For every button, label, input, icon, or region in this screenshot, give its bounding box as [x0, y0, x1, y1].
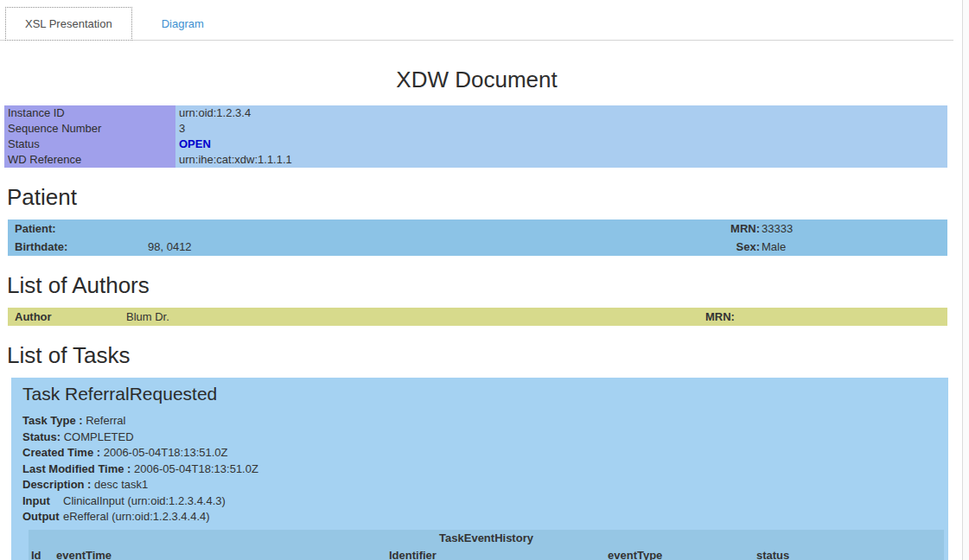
- task-event-history-table: TaskEventHistory Id eventTime Identifier…: [29, 530, 944, 560]
- column-header-eventtime: eventTime: [54, 547, 386, 560]
- patient-value: [147, 220, 579, 238]
- sex-value: Male: [761, 238, 947, 256]
- tab-xsl-presentation[interactable]: XSL Presentation: [5, 7, 132, 41]
- table-row: Instance ID urn:oid:1.2.3.4: [4, 105, 947, 121]
- task-output-value: eRefferal (urn:oid:1.2.3.4.4.4): [63, 509, 210, 525]
- authors-table: Author Blum Dr. MRN:: [8, 308, 947, 326]
- sex-label: Sex:: [579, 238, 761, 256]
- author-value: Blum Dr.: [125, 308, 704, 326]
- task-status-row: Status: COMPLETED: [22, 430, 948, 446]
- tasks-section-heading: List of Tasks: [7, 342, 953, 369]
- authors-section-heading: List of Authors: [7, 272, 953, 299]
- task-description-label: Description :: [22, 478, 91, 491]
- task-created-value: 2006-05-04T18:13:51.0Z: [104, 446, 228, 459]
- mrn-label: MRN:: [579, 220, 761, 238]
- patient-section-heading: Patient: [7, 184, 953, 211]
- task-input-value: ClinicalInput (urn:oid:1.2.3.4.4.3): [63, 493, 226, 510]
- task-modified-label: Last Modified Time :: [22, 462, 131, 475]
- task-created-label: Created Time :: [22, 446, 100, 459]
- document-header-table: Instance ID urn:oid:1.2.3.4 Sequence Num…: [4, 105, 947, 168]
- task-type-value: Referral: [86, 414, 125, 427]
- task-type-label: Task Type :: [22, 414, 83, 427]
- author-mrn-label: MRN:: [704, 308, 947, 326]
- task-status-label: Status:: [22, 430, 61, 443]
- task-output-row: Output eRefferal (urn:oid:1.2.3.4.4.4): [22, 509, 948, 525]
- table-row: Author Blum Dr. MRN:: [8, 308, 947, 326]
- table-row: Birthdate: 98, 0412 Sex: Male: [8, 238, 947, 256]
- task-description-value: desc task1: [94, 478, 148, 491]
- event-history-header-row: Id eventTime Identifier eventType status: [29, 547, 944, 560]
- author-label: Author: [8, 308, 125, 326]
- xdw-document-page: XSL Presentation Diagram XDW Document In…: [0, 0, 953, 560]
- task-input-row: Input ClinicalInput (urn:oid:1.2.3.4.4.3…: [22, 493, 948, 510]
- column-header-eventtype: eventType: [605, 547, 754, 560]
- task-card: Task ReferralRequested Task Type : Refer…: [11, 378, 948, 560]
- sequence-number-value: 3: [175, 121, 947, 137]
- vertical-scrollbar[interactable]: [962, 0, 969, 560]
- task-input-label: Input: [22, 493, 63, 510]
- page-title: XDW Document: [0, 67, 953, 93]
- sequence-number-label: Sequence Number: [4, 121, 175, 137]
- instance-id-label: Instance ID: [4, 105, 175, 121]
- wd-reference-label: WD Reference: [4, 152, 175, 168]
- wd-reference-value: urn:ihe:cat:xdw:1.1.1.1: [175, 152, 947, 168]
- birthdate-label: Birthdate:: [8, 238, 147, 256]
- event-history-title-row: TaskEventHistory: [29, 530, 944, 547]
- task-created-row: Created Time : 2006-05-04T18:13:51.0Z: [22, 445, 948, 461]
- table-row: Status OPEN: [4, 137, 947, 152]
- column-header-id: Id: [29, 547, 54, 560]
- tab-diagram[interactable]: Diagram: [146, 8, 220, 40]
- patient-table: Patient: MRN: 33333 Birthdate: 98, 0412 …: [8, 220, 947, 256]
- table-row: Sequence Number 3: [4, 121, 947, 137]
- event-history-title: TaskEventHistory: [29, 530, 944, 547]
- birthdate-value: 98, 0412: [147, 238, 579, 256]
- column-header-identifier: Identifier: [386, 547, 605, 560]
- table-row: Patient: MRN: 33333: [8, 220, 947, 238]
- status-label: Status: [4, 137, 175, 152]
- instance-id-value: urn:oid:1.2.3.4: [175, 105, 947, 121]
- status-badge: OPEN: [179, 137, 211, 150]
- task-output-label: Output: [22, 509, 63, 525]
- mrn-value: 33333: [761, 220, 947, 238]
- task-description-row: Description : desc task1: [22, 477, 948, 493]
- task-modified-row: Last Modified Time : 2006-05-04T18:13:51…: [22, 461, 948, 478]
- table-row: WD Reference urn:ihe:cat:xdw:1.1.1.1: [4, 152, 947, 168]
- task-modified-value: 2006-05-04T18:13:51.0Z: [134, 462, 258, 475]
- task-status-value: COMPLETED: [64, 430, 134, 443]
- task-type-row: Task Type : Referral: [22, 413, 948, 430]
- column-header-status: status: [754, 547, 944, 560]
- patient-label: Patient:: [8, 220, 147, 238]
- tab-bar: XSL Presentation Diagram: [0, 0, 953, 41]
- task-title: Task ReferralRequested: [22, 384, 948, 404]
